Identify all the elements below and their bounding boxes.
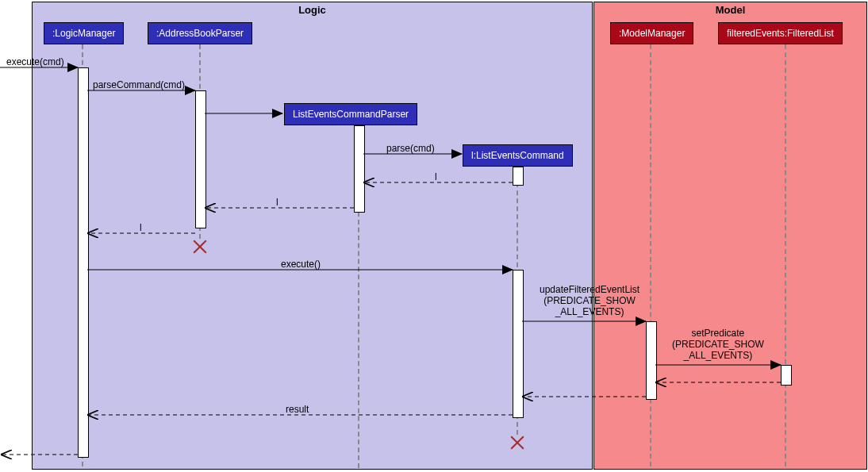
msg-parse-cmd: parse(cmd) <box>386 143 435 154</box>
activation-logic-manager <box>78 67 89 458</box>
lifeline-line-filtered-list <box>785 44 786 466</box>
activation-list-events-command-1 <box>513 167 524 186</box>
destroy-list-events-command <box>509 435 525 451</box>
package-logic-title: Logic <box>298 2 326 17</box>
msg-update-filtered-event-list: updateFilteredEventList (PREDICATE_SHOW … <box>540 284 639 317</box>
msg-return-l-1: l <box>435 171 437 182</box>
lifeline-list-events-command-parser: ListEventsCommandParser <box>284 103 417 125</box>
lifeline-filtered-list: filteredEvents:FilteredList <box>718 22 843 44</box>
activation-filtered-list <box>781 365 792 386</box>
activation-model-manager <box>646 321 657 400</box>
lifeline-logic-manager: :LogicManager <box>44 22 124 44</box>
activation-address-book-parser <box>195 90 206 228</box>
msg-execute-cmd: execute(cmd) <box>6 56 64 67</box>
package-model-title: Model <box>716 2 746 17</box>
msg-set-predicate: setPredicate (PREDICATE_SHOW _ALL_EVENTS… <box>672 328 764 361</box>
lifeline-model-manager: :ModelManager <box>610 22 693 44</box>
lifeline-address-book-parser: :AddressBookParser <box>148 22 252 44</box>
msg-return-l-2: l <box>276 197 278 208</box>
destroy-address-book-parser <box>192 239 208 255</box>
lifeline-list-events-command: l:ListEventsCommand <box>463 144 573 167</box>
package-logic: Logic <box>32 2 593 470</box>
activation-list-events-command-parser <box>354 125 365 213</box>
msg-result: result <box>286 404 309 415</box>
sequence-diagram: Logic Model :LogicManager :AddressBookPa… <box>0 0 868 472</box>
activation-list-events-command-2 <box>513 270 524 418</box>
lifeline-line-model-manager <box>650 44 651 466</box>
msg-execute-call: execute() <box>281 259 321 270</box>
msg-return-l-3: l <box>140 222 142 233</box>
package-model: Model <box>593 2 867 470</box>
msg-parse-command: parseCommand(cmd) <box>93 79 185 90</box>
